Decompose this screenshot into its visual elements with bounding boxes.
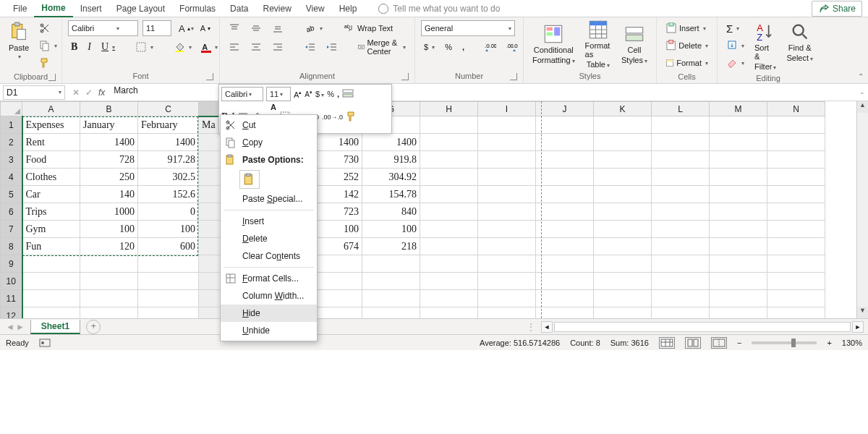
cell-I10[interactable]: [478, 273, 536, 290]
dialog-launcher-icon[interactable]: [206, 73, 213, 80]
dialog-launcher-icon[interactable]: [48, 74, 56, 81]
cell-B6[interactable]: 1000: [80, 203, 138, 221]
cell-K6[interactable]: [594, 203, 652, 221]
col-header-L[interactable]: L: [652, 102, 710, 116]
hscroll-left[interactable]: ◄: [541, 321, 553, 333]
row-header-4[interactable]: 4: [1, 169, 22, 186]
cell-J4[interactable]: [536, 169, 594, 186]
format-cells-button[interactable]: Format▾: [663, 55, 711, 71]
name-box[interactable]: D1▾: [3, 85, 65, 100]
tab-page-layout[interactable]: Page Layout: [109, 1, 172, 17]
view-normal-button[interactable]: [659, 337, 675, 349]
merge-center-button[interactable]: Merge & Center▾: [355, 39, 409, 55]
cell-N9[interactable]: [767, 255, 825, 273]
cell-B12[interactable]: [80, 307, 138, 319]
share-button[interactable]: Share: [812, 1, 862, 17]
ctx-column-width[interactable]: Column Width...: [221, 287, 317, 305]
cell-G6[interactable]: 840: [362, 203, 420, 221]
row-header-3[interactable]: 3: [1, 151, 22, 169]
cell-A7[interactable]: Gym: [22, 221, 80, 238]
col-header-B[interactable]: B: [80, 102, 138, 116]
orientation-button[interactable]: ab▾: [302, 20, 326, 36]
cell-J12[interactable]: [536, 307, 594, 319]
cell-G11[interactable]: [362, 290, 420, 307]
align-right-button[interactable]: [269, 39, 286, 55]
cell-A1[interactable]: Expenses: [22, 116, 80, 134]
cell-C5[interactable]: 152.6: [138, 186, 199, 203]
cell-M2[interactable]: [710, 134, 767, 151]
cell-K3[interactable]: [594, 151, 652, 169]
cell-M12[interactable]: [710, 307, 767, 319]
ctx-cut[interactable]: CuCutt: [221, 116, 317, 134]
cell-A8[interactable]: Fun: [22, 238, 80, 255]
ctx-hide[interactable]: Hide: [221, 305, 317, 322]
cell-N5[interactable]: [767, 186, 825, 203]
cell-K5[interactable]: [594, 186, 652, 203]
cell-J6[interactable]: [536, 203, 594, 221]
cell-N3[interactable]: [767, 151, 825, 169]
cell-K4[interactable]: [594, 169, 652, 186]
delete-cells-button[interactable]: Delete▾: [663, 38, 711, 54]
cut-button[interactable]: [36, 20, 60, 36]
row-header-5[interactable]: 5: [1, 186, 22, 203]
cell-C9[interactable]: [138, 255, 199, 273]
cell-H5[interactable]: [420, 186, 478, 203]
cell-A9[interactable]: [22, 255, 80, 273]
decrease-font-button[interactable]: A▾: [197, 20, 213, 36]
col-header-M[interactable]: M: [710, 102, 767, 116]
tab-review[interactable]: Review: [255, 1, 298, 17]
cell-K12[interactable]: [594, 307, 652, 319]
split-indicator[interactable]: [541, 101, 542, 318]
ctx-copy[interactable]: Copy: [221, 134, 317, 151]
hscroll-right[interactable]: ►: [852, 321, 864, 333]
tell-me-search[interactable]: Tell me what you want to do: [378, 4, 500, 14]
cell-M6[interactable]: [710, 203, 767, 221]
cell-L6[interactable]: [652, 203, 710, 221]
tab-file[interactable]: File: [6, 1, 34, 17]
col-header-J[interactable]: J: [536, 102, 594, 116]
row-header-1[interactable]: 1: [1, 116, 22, 134]
row-header-7[interactable]: 7: [1, 221, 22, 238]
row-header-8[interactable]: 8: [1, 238, 22, 255]
worksheet-grid[interactable]: ABCDEFGHIJKLMN1ExpensesJanuaryFebruaryMa…: [0, 101, 868, 318]
cell-H2[interactable]: [420, 134, 478, 151]
row-header-10[interactable]: 10: [1, 273, 22, 290]
cell-L3[interactable]: [652, 151, 710, 169]
cell-J8[interactable]: [536, 238, 594, 255]
col-header-I[interactable]: I: [478, 102, 536, 116]
find-select-button[interactable]: Find & Select▾: [783, 20, 816, 64]
ctx-delete[interactable]: Delete: [221, 230, 317, 247]
cell-N1[interactable]: [767, 116, 825, 134]
scroll-up-button[interactable]: ▲: [857, 101, 868, 113]
cell-G2[interactable]: 1400: [362, 134, 420, 151]
increase-font-button[interactable]: A▴: [176, 20, 193, 36]
cell-C11[interactable]: [138, 290, 199, 307]
horizontal-scrollbar[interactable]: [554, 322, 851, 332]
font-name-combo[interactable]: Calibri▾: [68, 20, 138, 36]
row-header-11[interactable]: 11: [1, 290, 22, 307]
col-header-H[interactable]: H: [420, 102, 478, 116]
cell-M7[interactable]: [710, 221, 767, 238]
cell-J11[interactable]: [536, 290, 594, 307]
tab-help[interactable]: Help: [332, 1, 365, 17]
cell-I8[interactable]: [478, 238, 536, 255]
cell-M1[interactable]: [710, 116, 767, 134]
row-header-12[interactable]: 12: [1, 307, 22, 319]
cell-G9[interactable]: [362, 255, 420, 273]
row-header-9[interactable]: 9: [1, 255, 22, 273]
cell-H10[interactable]: [420, 273, 478, 290]
cell-H1[interactable]: [420, 116, 478, 134]
cell-G3[interactable]: 919.8: [362, 151, 420, 169]
cell-G10[interactable]: [362, 273, 420, 290]
cell-J10[interactable]: [536, 273, 594, 290]
cell-A6[interactable]: Trips: [22, 203, 80, 221]
format-painter-button[interactable]: [36, 55, 60, 71]
cell-B7[interactable]: 100: [80, 221, 138, 238]
cell-H9[interactable]: [420, 255, 478, 273]
tab-scroll-grip[interactable]: ⋮: [521, 322, 540, 332]
sort-filter-button[interactable]: AZ Sort & Filter▾: [752, 20, 779, 72]
collapse-ribbon-button[interactable]: ⌃: [858, 72, 864, 80]
col-header-A[interactable]: A: [22, 102, 80, 116]
cell-J3[interactable]: [536, 151, 594, 169]
decrease-decimal-button[interactable]: .00.0: [503, 39, 521, 55]
